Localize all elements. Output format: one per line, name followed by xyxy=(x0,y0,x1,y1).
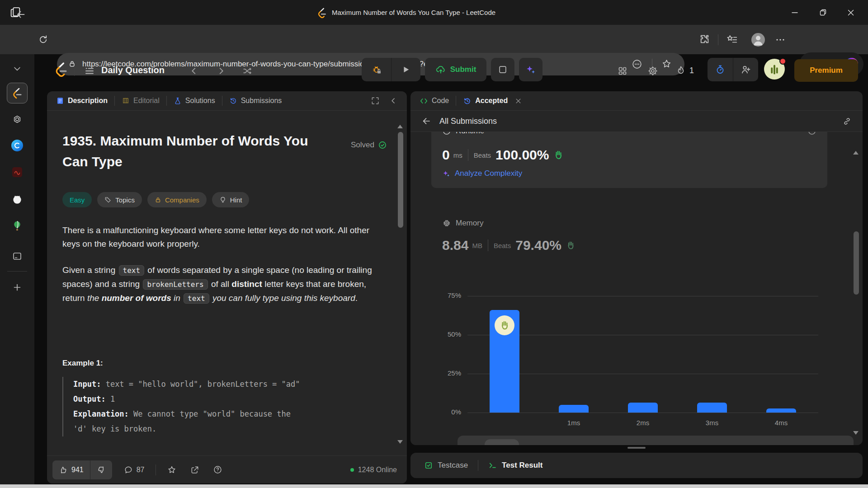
chart-bar xyxy=(628,403,658,413)
leetcode-logo[interactable] xyxy=(53,61,69,77)
sidebar-item-openai[interactable] xyxy=(12,114,22,124)
premium-button[interactable]: Premium xyxy=(794,59,858,82)
favorite-star-icon[interactable] xyxy=(167,465,177,475)
link-icon[interactable] xyxy=(842,117,852,126)
shuffle-icon[interactable] xyxy=(242,66,252,76)
tab-submissions[interactable]: Submissions xyxy=(229,97,282,105)
streak-counter[interactable]: 1 xyxy=(675,65,694,76)
difficulty-badge[interactable]: Easy xyxy=(62,192,92,207)
text-segment: in xyxy=(171,293,183,303)
tab-editorial[interactable]: Editorial xyxy=(122,97,160,105)
browser-window: Maximum Number of Words You Can Type - L… xyxy=(0,0,868,488)
analyze-complexity-link[interactable]: Analyze Complexity xyxy=(442,169,816,178)
dislike-button[interactable] xyxy=(90,460,112,479)
terminal-icon xyxy=(488,461,497,470)
comments-button[interactable]: 87 xyxy=(124,465,145,474)
sidebar-item-notes-app[interactable] xyxy=(12,251,23,262)
help-icon[interactable] xyxy=(213,465,222,474)
scroll-down-arrow[interactable] xyxy=(397,440,403,444)
profile-avatar[interactable] xyxy=(751,33,765,47)
tab-code[interactable]: Code xyxy=(420,97,449,105)
all-submissions-label[interactable]: All Submissions xyxy=(439,117,497,126)
favorites-bar-icon[interactable] xyxy=(726,33,738,45)
all-submissions-header: All Submissions xyxy=(410,111,863,132)
ai-assistant-button[interactable] xyxy=(519,58,542,81)
share-icon[interactable] xyxy=(190,465,199,474)
horizontal-scrollbar[interactable] xyxy=(458,436,854,445)
companies-chip[interactable]: Companies xyxy=(147,192,207,207)
online-dot xyxy=(350,468,354,472)
tab-description[interactable]: Description xyxy=(56,97,108,105)
resize-handle[interactable] xyxy=(627,447,646,449)
testcase-tab[interactable]: Testcase xyxy=(424,461,468,470)
more-options-icon[interactable] xyxy=(775,36,786,44)
wave-hand-icon xyxy=(552,149,564,161)
memory-chip-icon xyxy=(442,219,451,228)
topics-chip[interactable]: Topics xyxy=(97,192,142,207)
history-icon xyxy=(463,97,472,105)
sidebar-item-github[interactable] xyxy=(11,193,23,205)
memory-section[interactable]: Memory 8.84 MB Beats 79.40% xyxy=(442,219,576,253)
solved-badge: Solved xyxy=(351,141,387,150)
prev-question-icon[interactable] xyxy=(189,66,199,76)
back-arrow-icon[interactable] xyxy=(421,116,431,126)
debug-button[interactable] xyxy=(362,64,391,75)
tab-accepted[interactable]: Accepted xyxy=(463,97,522,105)
chart-gridline xyxy=(467,335,818,335)
person-plus-icon xyxy=(741,64,751,75)
clock-icon xyxy=(442,132,451,136)
scroll-down-arrow[interactable] xyxy=(853,431,859,435)
sidebar-item-blue-app[interactable] xyxy=(11,140,23,151)
sidebar-item-red-app[interactable] xyxy=(12,167,22,177)
chart-gridline xyxy=(467,296,818,296)
minimize-button[interactable] xyxy=(781,0,809,25)
notes-button[interactable] xyxy=(491,58,514,81)
online-status: 1248 Online xyxy=(350,466,397,474)
text-segment: the xyxy=(87,293,102,303)
hint-chip[interactable]: Hint xyxy=(212,192,250,207)
edge-sidebar xyxy=(0,54,34,488)
daily-question-label[interactable]: Daily Question xyxy=(101,65,165,75)
problem-list-icon[interactable] xyxy=(84,66,95,76)
invite-button[interactable] xyxy=(733,64,758,75)
tab-separator xyxy=(478,460,478,471)
test-result-tab[interactable]: Test Result xyxy=(488,461,542,470)
close-tab-icon[interactable] xyxy=(515,98,522,104)
runtime-card[interactable]: Runtime 0 ms Beats 100.00% xyxy=(431,132,827,188)
tab-solutions[interactable]: Solutions xyxy=(174,97,215,105)
right-panel-scrollbar[interactable] xyxy=(854,231,859,295)
browser-tab[interactable]: Maximum Number of Words You Can Type - L… xyxy=(316,0,495,25)
bottom-scrollbar-strip[interactable] xyxy=(0,484,868,488)
extensions-icon[interactable] xyxy=(699,33,710,45)
sidebar-item-leetcode[interactable] xyxy=(7,83,28,103)
scroll-up-arrow[interactable] xyxy=(397,125,403,128)
collapse-panel-icon[interactable] xyxy=(389,96,398,105)
horizontal-scrollbar-thumb[interactable] xyxy=(485,439,519,445)
layout-icon[interactable] xyxy=(617,66,628,76)
settings-gear-icon[interactable] xyxy=(647,66,658,76)
restore-button[interactable] xyxy=(809,0,837,25)
expand-icon[interactable] xyxy=(371,96,380,105)
runtime-info-icon[interactable] xyxy=(807,132,816,136)
tab-title: Maximum Number of Words You Can Type - L… xyxy=(332,9,495,16)
back-icon[interactable] xyxy=(15,9,26,20)
sidebar-item-balloon-app[interactable] xyxy=(11,220,23,232)
timer-icon xyxy=(715,64,726,75)
add-sidebar-item-icon[interactable] xyxy=(12,282,22,292)
collapse-chevron-icon[interactable] xyxy=(13,64,22,73)
timer-button[interactable] xyxy=(708,64,733,75)
run-button[interactable] xyxy=(392,65,420,74)
companies-label: Companies xyxy=(165,196,199,204)
example-1-label: Example 1: xyxy=(62,359,392,368)
like-button[interactable]: 941 xyxy=(52,460,90,479)
streak-count: 1 xyxy=(689,66,694,75)
chart-gridline xyxy=(467,413,818,413)
submit-button[interactable]: Submit xyxy=(425,58,486,81)
tab-label: Accepted xyxy=(475,97,508,105)
close-button[interactable] xyxy=(837,0,865,25)
refresh-icon[interactable] xyxy=(38,34,48,45)
next-question-icon[interactable] xyxy=(216,66,226,76)
left-panel-scrollbar[interactable] xyxy=(398,132,403,228)
scroll-up-arrow[interactable] xyxy=(853,151,859,155)
example-line: Input: text = "hello world", brokenLette… xyxy=(73,377,392,392)
